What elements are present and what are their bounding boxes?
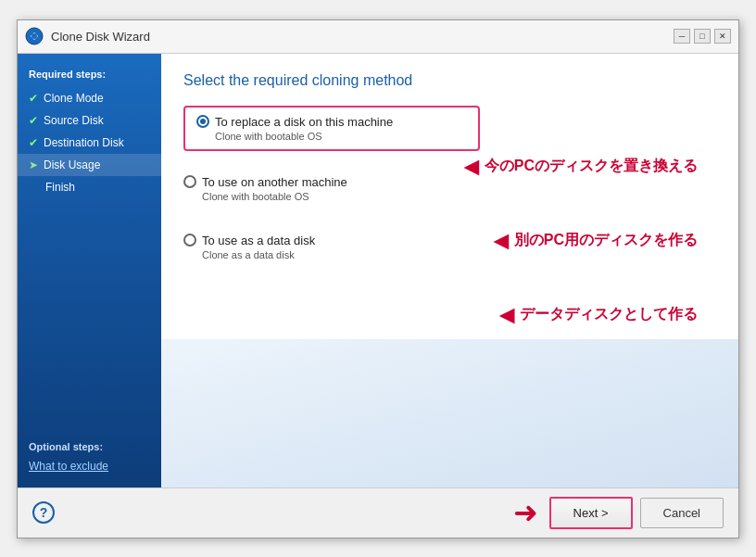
annotation-1-arrow: ◄ [459,154,485,180]
radio-replace[interactable] [196,115,209,128]
sidebar-label-source-disk: Source Disk [44,114,104,127]
annotation-3-text: データディスクとして作る [520,305,698,324]
sidebar-label-finish: Finish [45,181,75,194]
what-to-exclude-link[interactable]: What to exclude [18,456,161,476]
sidebar-spacer [18,198,161,434]
option-another-row: To use on another machine [183,175,469,189]
minimize-button[interactable]: ─ [674,29,690,44]
footer: ? ➜ Next > Cancel [18,487,738,538]
close-button[interactable]: ✕ [714,29,731,44]
window-title: Clone Disk Wizard [51,30,674,44]
option-replace-label: To replace a disk on this machine [215,115,393,129]
background-decoration [161,339,738,487]
check-icon-clone-mode: ✔ [29,92,38,105]
annotation-1-text: 今のPCのディスクを置き換える [485,157,698,176]
sidebar-item-destination-disk[interactable]: ✔ Destination Disk [18,132,161,154]
footer-arrow-icon: ➜ [513,498,538,527]
cancel-button[interactable]: Cancel [640,498,724,528]
option-another-label: To use on another machine [202,175,347,189]
optional-steps-label: Optional steps: [18,434,161,456]
option-data-row: To use as a data disk [183,234,469,247]
main-content: Select the required cloning method To re… [161,54,738,487]
radio-data[interactable] [183,234,196,247]
content-area: Required steps: ✔ Clone Mode ✔ Source Di… [18,54,738,487]
required-steps-label: Required steps: [18,65,161,87]
title-bar: Clone Disk Wizard ─ □ ✕ [18,20,738,54]
option-data-label: To use as a data disk [202,234,315,247]
footer-buttons: ➜ Next > Cancel [513,497,724,529]
option-replace-row: To replace a disk on this machine [196,115,467,129]
sidebar-item-finish[interactable]: Finish [18,176,161,198]
option-replace-desc: Clone with bootable OS [196,131,467,142]
annotation-3: ◄ データディスクとして作る [494,302,698,328]
option-data-desc: Clone as a data disk [183,249,469,260]
sidebar-item-source-disk[interactable]: ✔ Source Disk [18,109,161,132]
annotation-2-arrow: ◄ [488,228,514,254]
sidebar-label-destination-disk: Destination Disk [44,136,124,149]
maximize-button[interactable]: □ [694,29,711,44]
sidebar-item-disk-usage[interactable]: ➤ Disk Usage [18,154,161,176]
sidebar: Required steps: ✔ Clone Mode ✔ Source Di… [18,54,161,487]
sidebar-label-clone-mode: Clone Mode [44,92,104,105]
wizard-window: Clone Disk Wizard ─ □ ✕ Required steps: … [17,19,739,538]
app-icon [25,27,44,45]
sidebar-label-disk-usage: Disk Usage [44,158,100,171]
help-button[interactable]: ? [32,501,55,524]
main-inner: Select the required cloning method To re… [183,72,716,268]
option-data[interactable]: To use as a data disk Clone as a data di… [183,226,480,268]
check-icon-source-disk: ✔ [29,114,38,127]
annotation-1: ◄ 今のPCのディスクを置き換える [459,154,698,180]
svg-point-1 [32,33,37,39]
radio-another[interactable] [183,175,196,188]
window-controls: ─ □ ✕ [674,29,731,44]
annotation-2: ◄ 別のPC用のディスクを作る [488,228,698,254]
check-icon-destination-disk: ✔ [29,136,38,149]
annotation-3-arrow: ◄ [494,302,520,328]
option-another-desc: Clone with bootable OS [183,191,469,202]
next-button[interactable]: Next > [549,497,633,529]
footer-left: ? [32,501,55,524]
option-replace[interactable]: To replace a disk on this machine Clone … [183,106,480,151]
annotation-2-text: 別のPC用のディスクを作る [514,231,698,250]
sidebar-item-clone-mode[interactable]: ✔ Clone Mode [18,87,161,109]
main-title: Select the required cloning method [183,72,716,89]
option-another[interactable]: To use on another machine Clone with boo… [183,168,480,209]
arrow-icon-disk-usage: ➤ [29,158,38,171]
